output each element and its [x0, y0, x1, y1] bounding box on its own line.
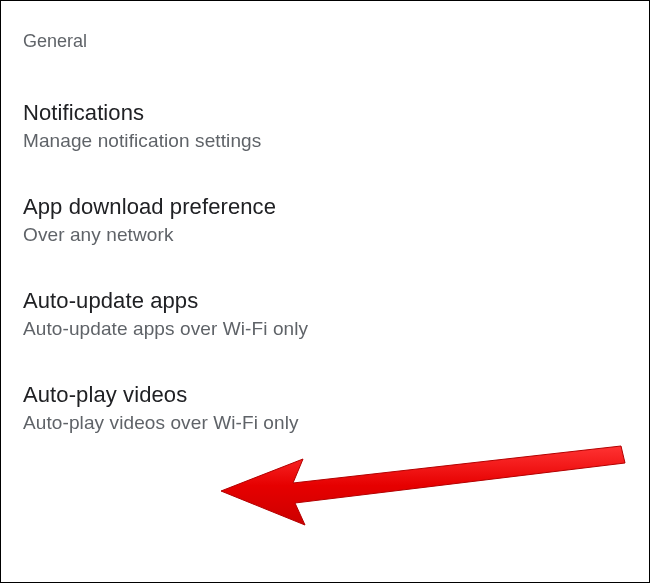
setting-item-auto-play-videos[interactable]: Auto-play videos Auto-play videos over W… [1, 362, 649, 456]
section-header-general: General [1, 1, 649, 80]
setting-subtitle: Auto-play videos over Wi-Fi only [23, 412, 627, 434]
setting-item-app-download-preference[interactable]: App download preference Over any network [1, 174, 649, 268]
svg-marker-0 [221, 446, 625, 525]
setting-title: Auto-update apps [23, 288, 627, 314]
setting-subtitle: Manage notification settings [23, 130, 627, 152]
settings-list: General Notifications Manage notificatio… [1, 1, 649, 456]
setting-title: Notifications [23, 100, 627, 126]
setting-item-auto-update-apps[interactable]: Auto-update apps Auto-update apps over W… [1, 268, 649, 362]
setting-title: App download preference [23, 194, 627, 220]
setting-item-notifications[interactable]: Notifications Manage notification settin… [1, 80, 649, 174]
setting-subtitle: Over any network [23, 224, 627, 246]
setting-title: Auto-play videos [23, 382, 627, 408]
setting-subtitle: Auto-update apps over Wi-Fi only [23, 318, 627, 340]
